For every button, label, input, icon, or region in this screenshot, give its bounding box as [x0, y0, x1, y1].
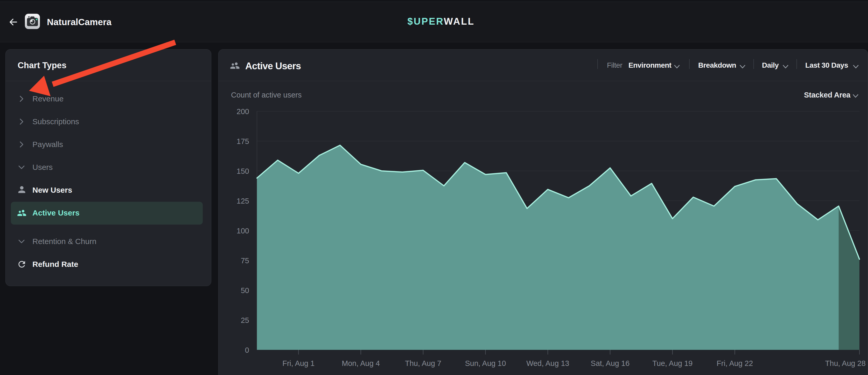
svg-text:Fri, Aug 22: Fri, Aug 22 [717, 359, 753, 368]
svg-text:25: 25 [241, 316, 249, 324]
svg-text:200: 200 [237, 107, 249, 116]
svg-text:125: 125 [237, 197, 249, 205]
svg-text:100: 100 [237, 227, 249, 235]
svg-text:Sat, Aug 16: Sat, Aug 16 [591, 359, 629, 368]
svg-text:75: 75 [241, 256, 249, 265]
svg-text:0: 0 [245, 346, 249, 354]
svg-text:50: 50 [241, 286, 249, 294]
svg-text:150: 150 [237, 167, 249, 175]
svg-text:175: 175 [237, 137, 249, 146]
svg-text:Thu, Aug 7: Thu, Aug 7 [405, 359, 441, 368]
svg-text:Fri, Aug 1: Fri, Aug 1 [282, 359, 314, 368]
svg-text:Tue, Aug 19: Tue, Aug 19 [652, 359, 692, 368]
svg-text:Mon, Aug 4: Mon, Aug 4 [342, 359, 380, 368]
svg-text:Wed, Aug 13: Wed, Aug 13 [526, 359, 569, 368]
svg-text:Sun, Aug 10: Sun, Aug 10 [465, 359, 506, 368]
svg-text:Thu, Aug 28: Thu, Aug 28 [825, 359, 866, 368]
